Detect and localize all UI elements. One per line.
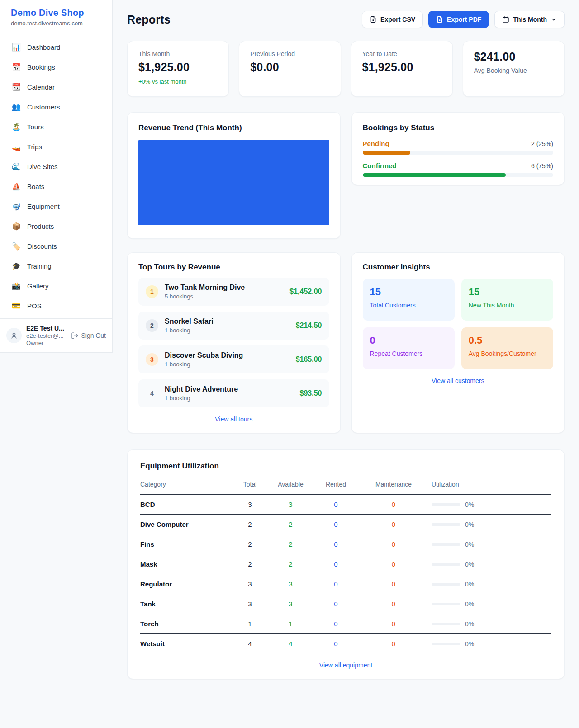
stat-card-this-month: This Month $1,925.00 +0% vs last month: [127, 41, 229, 97]
rank-badge: 3: [146, 353, 158, 366]
cell-utilization: 0%: [425, 495, 551, 515]
tile-label: New This Month: [469, 302, 546, 309]
cell-utilization: 0%: [425, 574, 551, 594]
sidebar-item-dive-sites[interactable]: 🌊Dive Sites: [5, 159, 107, 175]
cell-category: Regulator: [140, 574, 228, 594]
period-label: This Month: [513, 16, 547, 23]
shop-name: Demo Dive Shop: [11, 8, 101, 18]
utilization-bar: [432, 643, 460, 645]
cell-category: Tank: [140, 594, 228, 614]
cell-total: 3: [228, 594, 271, 614]
sidebar-item-label: Products: [27, 222, 54, 230]
sidebar-item-label: Dive Sites: [27, 163, 58, 170]
revenue-trend-title: Revenue Trend (This Month): [138, 123, 329, 132]
cell-rented: 0: [310, 495, 362, 515]
tile-value: 0: [370, 335, 447, 346]
table-row: Fins 2 2 0 0 0%: [140, 534, 551, 554]
tour-bookings: 5 bookings: [165, 293, 245, 300]
view-all-tours-link[interactable]: View all tours: [138, 416, 329, 423]
sidebar-item-tours[interactable]: 🏝️Tours: [5, 119, 107, 135]
insights-row: Top Tours by Revenue 1 Two Tank Morning …: [127, 252, 565, 433]
calendar-icon: [502, 16, 509, 23]
stat-value: $1,925.00: [362, 61, 441, 74]
table-row: BCD 3 3 0 0 0%: [140, 495, 551, 515]
cell-utilization: 0%: [425, 534, 551, 554]
cell-category: BCD: [140, 495, 228, 515]
export-csv-button[interactable]: Export CSV: [362, 11, 423, 28]
calendar-icon: 📆: [12, 83, 21, 91]
cell-available: 2: [271, 534, 310, 554]
cell-maintenance: 0: [362, 515, 425, 534]
customer-insights-title: Customer Insights: [363, 263, 554, 272]
cell-available: 4: [271, 634, 310, 654]
table-row: Torch 1 1 0 0 0%: [140, 614, 551, 634]
utilization-percent: 0%: [465, 600, 474, 608]
cell-category: Torch: [140, 614, 228, 634]
progress-fill: [363, 151, 410, 155]
cell-rented: 0: [310, 614, 362, 634]
sidebar-item-gallery[interactable]: 📸Gallery: [5, 278, 107, 294]
sidebar-item-discounts[interactable]: 🏷️Discounts: [5, 238, 107, 254]
view-all-customers-link[interactable]: View all customers: [363, 377, 554, 384]
view-all-equipment-link[interactable]: View all equipment: [140, 662, 551, 669]
sidebar-item-label: Trips: [27, 143, 42, 151]
table-header-row: Category Total Available Rented Maintena…: [140, 477, 551, 495]
cell-utilization: 0%: [425, 515, 551, 534]
column-header-total: Total: [228, 477, 271, 495]
rank-badge: 4: [146, 387, 158, 400]
user-email: e2e-tester@...: [26, 332, 66, 339]
sidebar-item-pos[interactable]: 💳POS: [5, 298, 107, 314]
tile-value: 15: [370, 286, 447, 298]
cell-maintenance: 0: [362, 534, 425, 554]
export-pdf-button[interactable]: Export PDF: [428, 11, 489, 28]
sidebar-item-dashboard[interactable]: 📊Dashboard: [5, 39, 107, 55]
period-dropdown[interactable]: This Month: [494, 11, 565, 28]
tour-bookings: 1 booking: [165, 327, 214, 334]
customers-icon: 👥: [12, 103, 21, 111]
column-header-maintenance: Maintenance: [362, 477, 425, 495]
progress-fill: [363, 173, 506, 177]
logout-icon: [71, 332, 79, 340]
sidebar-item-equipment[interactable]: 🤿Equipment: [5, 199, 107, 214]
sidebar-item-training[interactable]: 🎓Training: [5, 258, 107, 274]
rank-badge: 2: [146, 319, 158, 332]
stat-value: $241.00: [474, 50, 553, 63]
stat-card-previous-period: Previous Period $0.00: [239, 41, 341, 97]
cell-total: 4: [228, 634, 271, 654]
sidebar-item-label: Discounts: [27, 242, 57, 250]
sidebar-item-trips[interactable]: 🚤Trips: [5, 139, 107, 155]
sidebar-item-bookings[interactable]: 📅Bookings: [5, 59, 107, 75]
tile-avg-bookings-customer: 0.5 Avg Bookings/Customer: [461, 327, 553, 369]
sidebar-item-products[interactable]: 📦Products: [5, 218, 107, 234]
sidebar-item-label: Bookings: [27, 63, 55, 71]
column-header-utilization: Utilization: [425, 477, 551, 495]
sidebar-item-calendar[interactable]: 📆Calendar: [5, 79, 107, 95]
stats-row: This Month $1,925.00 +0% vs last month P…: [127, 41, 565, 97]
sidebar-item-boats[interactable]: ⛵Boats: [5, 179, 107, 194]
cell-available: 3: [271, 574, 310, 594]
sidebar-item-label: Tours: [27, 123, 44, 131]
utilization-bar: [432, 543, 460, 546]
sailboat-icon: ⛵: [12, 182, 21, 191]
cell-total: 3: [228, 574, 271, 594]
credit-card-icon: 💳: [12, 302, 21, 310]
cell-available: 2: [271, 554, 310, 574]
tour-name: Night Dive Adventure: [165, 385, 238, 393]
utilization-percent: 0%: [465, 541, 474, 548]
sidebar-item-customers[interactable]: 👥Customers: [5, 99, 107, 115]
utilization-bar: [432, 523, 460, 526]
utilization-bar: [432, 623, 460, 625]
sidebar-item-label: Dashboard: [27, 43, 60, 51]
cell-rented: 0: [310, 554, 362, 574]
sign-out-button[interactable]: Sign Out: [71, 332, 106, 340]
table-row: Tank 3 3 0 0 0%: [140, 594, 551, 614]
tag-icon: 🏷️: [12, 242, 21, 251]
status-count: 2 (25%): [531, 140, 553, 147]
cell-total: 2: [228, 534, 271, 554]
status-count: 6 (75%): [531, 162, 553, 170]
cell-category: Fins: [140, 534, 228, 554]
cell-total: 2: [228, 554, 271, 574]
equipment-utilization-title: Equipment Utilization: [140, 462, 551, 471]
tour-name: Two Tank Morning Dive: [165, 284, 245, 292]
table-row: Regulator 3 3 0 0 0%: [140, 574, 551, 594]
